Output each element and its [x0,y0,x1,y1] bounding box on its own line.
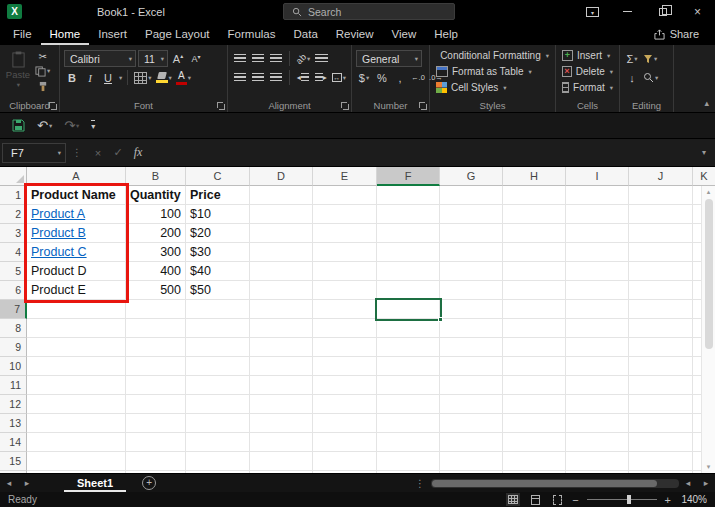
cell-H14[interactable] [503,433,566,452]
cell-D12[interactable] [250,395,313,414]
format-painter-button[interactable] [34,79,51,93]
cell-A16[interactable] [27,471,126,473]
italic-button[interactable]: I [82,69,98,86]
cell-E15[interactable] [313,452,377,471]
cell-H5[interactable] [503,262,566,281]
cell-E3[interactable] [313,224,377,243]
row-header-4[interactable]: 4 [0,243,27,262]
cell-B15[interactable] [126,452,186,471]
cell-G15[interactable] [440,452,503,471]
cell-F4[interactable] [377,243,440,262]
cell-A5[interactable]: Product D [27,262,126,281]
cell-F1[interactable] [377,186,440,205]
column-header-C[interactable]: C [186,167,250,186]
column-header-B[interactable]: B [126,167,186,186]
cell-C3[interactable]: $20 [186,224,250,243]
cell-G8[interactable] [440,319,503,338]
cell-I16[interactable] [566,471,629,473]
row-header-12[interactable]: 12 [0,395,27,414]
cell-F15[interactable] [377,452,440,471]
sheet-nav-right-button[interactable]: ▸ [18,478,36,488]
cell-B7[interactable] [126,300,186,319]
cell-J16[interactable] [629,471,693,473]
column-header-D[interactable]: D [250,167,313,186]
cell-E6[interactable] [313,281,377,300]
menu-tab-home[interactable]: Home [41,23,90,45]
cell-D10[interactable] [250,357,313,376]
cell-C11[interactable] [186,376,250,395]
cell-H10[interactable] [503,357,566,376]
cell-H2[interactable] [503,205,566,224]
conditional-formatting-button[interactable]: Conditional Formatting▾ [434,48,551,63]
cell-I4[interactable] [566,243,629,262]
cell-D3[interactable] [250,224,313,243]
zoom-in-button[interactable]: + [665,494,671,506]
row-header-9[interactable]: 9 [0,338,27,357]
cell-H12[interactable] [503,395,566,414]
cell-E4[interactable] [313,243,377,262]
cell-J8[interactable] [629,319,693,338]
cell-A6[interactable]: Product E [27,281,126,300]
cell-G12[interactable] [440,395,503,414]
cell-B3[interactable]: 200 [126,224,186,243]
cell-B14[interactable] [126,433,186,452]
menu-tab-file[interactable]: File [4,23,41,45]
row-header-5[interactable]: 5 [0,262,27,281]
format-cells-button[interactable]: Format▾ [560,80,615,95]
row-header-10[interactable]: 10 [0,357,27,376]
cell-E7[interactable] [313,300,377,319]
cell-E13[interactable] [313,414,377,433]
scroll-left-button[interactable]: ◂ [679,478,697,488]
cell-C9[interactable] [186,338,250,357]
cell-A11[interactable] [27,376,126,395]
cell-F13[interactable] [377,414,440,433]
row-header-2[interactable]: 2 [0,205,27,224]
search-bar[interactable]: Search [283,3,455,20]
undo-button[interactable]: ↶▾ [33,116,56,136]
cell-E2[interactable] [313,205,377,224]
cell-D15[interactable] [250,452,313,471]
fill-color-button[interactable]: ▾ [155,69,173,86]
cell-G1[interactable] [440,186,503,205]
cell-I11[interactable] [566,376,629,395]
cell-C15[interactable] [186,452,250,471]
shrink-font-button[interactable]: A▾ [188,50,204,67]
expand-formula-bar-button[interactable]: ▾ [695,148,713,157]
cell-F12[interactable] [377,395,440,414]
cell-A7[interactable] [27,300,126,319]
cell-J4[interactable] [629,243,693,262]
fill-button[interactable]: ↓ [624,69,640,86]
cell-B4[interactable]: 300 [126,243,186,262]
cell-J15[interactable] [629,452,693,471]
horizontal-scrollbar-thumb[interactable] [432,480,657,487]
cell-G2[interactable] [440,205,503,224]
cell-H15[interactable] [503,452,566,471]
orientation-button[interactable]: ab▾ [295,50,311,67]
cell-H13[interactable] [503,414,566,433]
column-header-E[interactable]: E [313,167,377,186]
cell-I14[interactable] [566,433,629,452]
cell-A12[interactable] [27,395,126,414]
cell-F16[interactable] [377,471,440,473]
increase-indent-button[interactable]: ▸ [313,69,329,86]
row-header-11[interactable]: 11 [0,376,27,395]
row-header-7[interactable]: 7 [0,300,27,319]
cell-G13[interactable] [440,414,503,433]
align-right-button[interactable] [268,69,284,86]
cell-J12[interactable] [629,395,693,414]
cell-D13[interactable] [250,414,313,433]
cell-H7[interactable] [503,300,566,319]
column-header-A[interactable]: A [27,167,126,186]
cell-C12[interactable] [186,395,250,414]
cell-D6[interactable] [250,281,313,300]
vertical-scrollbar[interactable]: ▴ ▾ [701,186,715,473]
menu-tab-page-layout[interactable]: Page Layout [136,23,219,45]
cell-F8[interactable] [377,319,440,338]
cell-D5[interactable] [250,262,313,281]
format-as-table-button[interactable]: Format as Table▾ [434,64,551,79]
cell-E14[interactable] [313,433,377,452]
horizontal-scrollbar[interactable] [431,479,679,488]
cell-F10[interactable] [377,357,440,376]
cell-A3[interactable]: Product B [27,224,126,243]
menu-tab-review[interactable]: Review [327,23,383,45]
